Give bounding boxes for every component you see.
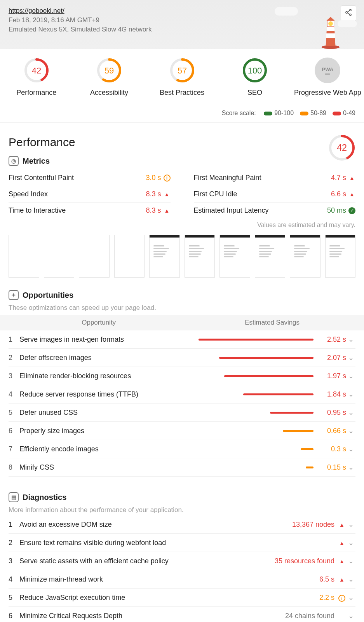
info-icon [164,175,171,182]
filmstrip-frame [255,235,286,278]
opportunity-value: 1.97 s [319,372,346,380]
diagnostic-row[interactable]: 5 Reduce JavaScript execution time 2.2 s… [9,589,355,607]
metric-row: Speed Index 8.3 s [9,186,171,202]
savings-bar [199,339,313,341]
savings-bar [224,375,313,377]
opportunity-name: Defer offscreen images [19,354,186,362]
score-scale-row: Score scale: 90-10050-890-49 [0,104,364,122]
share-icon [345,9,352,18]
diagnostic-row[interactable]: 6 Minimize Critical Requests Depth 24 ch… [9,607,355,622]
opportunities-desc: These optimizations can speed up your pa… [9,304,355,312]
filmstrip-frame [79,235,110,278]
warning-icon [348,191,355,198]
gauge-performance[interactable]: 42 Performance [0,49,73,104]
diagnostic-name: Avoid an excessive DOM size [19,521,292,529]
opportunity-value: 2.07 s [319,354,346,362]
timestamp-text: Feb 18, 2019, 8:16 AM GMT+9 [9,16,355,24]
metric-row: Time to Interactive 8.3 s [9,202,171,218]
opportunity-value: 2.52 s [319,335,346,344]
filmstrip-frame [219,235,250,278]
opportunity-name: Serve images in next-gen formats [19,335,186,344]
metric-value: 50 ms [327,206,355,215]
warning-icon [338,540,345,547]
filmstrip-frame [9,235,39,278]
svg-text:100: 100 [248,66,262,75]
filmstrip-frame [325,235,356,278]
opportunity-name: Eliminate render-blocking resources [19,372,186,380]
metric-row: Estimated Input Latency 50 ms [194,202,356,218]
scale-label: Score scale: [222,110,256,116]
opportunity-row[interactable]: 4 Reduce server response times (TTFB) 1.… [9,385,355,404]
filmstrip-frame [185,235,215,278]
diagnostic-name: Minimize main-thread work [19,575,319,584]
gauge-progressive-web-app[interactable]: PWAProgressive Web App [291,49,364,104]
metric-value: 6.6 s [331,190,355,198]
svg-line-4 [347,12,350,14]
opportunity-name: Defer unused CSS [19,409,186,417]
opportunity-row[interactable]: 5 Defer unused CSS 0.95 s ⌄ [9,404,355,422]
diagnostic-row[interactable]: 2 Ensure text remains visible during web… [9,534,355,552]
svg-point-7 [328,21,333,26]
metric-row: First Meaningful Paint 4.7 s [194,170,356,186]
metric-row: First CPU Idle 6.6 s [194,186,356,202]
opportunity-value: 0.15 s [319,463,346,472]
url-link[interactable]: https://gobooki.net/ [9,7,64,14]
diagnostic-row[interactable]: 1 Avoid an excessive DOM size 13,367 nod… [9,515,355,534]
warning-icon [164,207,171,214]
filmstrip-frame [149,235,180,278]
svg-text:57: 57 [177,66,186,75]
savings-bar [219,357,313,359]
svg-line-3 [347,10,350,12]
share-button[interactable] [341,5,356,21]
opportunities-header-row: Opportunity Estimated Savings [0,315,364,330]
diagnostic-name: Reduce JavaScript execution time [19,594,319,602]
metric-value: 8.3 s [146,206,170,215]
diagnostics-heading: ▤ Diagnostics [9,492,355,502]
chevron-down-icon: ⌄ [346,408,355,417]
opportunity-name: Efficiently encode images [19,445,186,453]
opportunity-row[interactable]: 6 Properly size images 0.66 s ⌄ [9,422,355,440]
chevron-down-icon: ⌄ [346,372,355,380]
metrics-column-right: First Meaningful Paint 4.7 s First CPU I… [194,170,356,218]
diagnostic-row[interactable]: 3 Serve static assets with an efficient … [9,552,355,570]
diagnostic-value: 6.5 s [319,575,334,584]
warning-icon [164,191,171,198]
gauge-accessibility[interactable]: 59 Accessibility [73,49,145,104]
metrics-column-left: First Contentful Paint 3.0 s Speed Index… [9,170,171,218]
diagnostic-name: Serve static assets with an efficient ca… [19,557,275,565]
opportunity-row[interactable]: 7 Efficiently encode images 0.3 s ⌄ [9,440,355,458]
metric-name: First Contentful Paint [9,174,74,182]
gauge-best-practices[interactable]: 57 Best Practices [146,49,218,104]
svg-text:59: 59 [104,66,114,75]
chevron-down-icon: ⌄ [346,335,355,344]
lightbulb-icon: ✦ [9,290,19,300]
warning-icon [338,521,345,528]
metric-row: First Contentful Paint 3.0 s [9,170,171,186]
savings-bar [306,466,313,468]
lighthouse-icon [320,12,341,49]
chevron-down-icon: ⌄ [346,390,355,398]
chevron-down-icon: ⌄ [346,426,355,435]
section-title: Performance [9,136,355,149]
scale-pill [300,112,308,115]
opportunity-name: Reduce server response times (TTFB) [19,390,186,398]
opportunity-row[interactable]: 1 Serve images in next-gen formats 2.52 … [9,330,355,349]
opportunity-name: Minify CSS [19,463,186,472]
chevron-down-icon: ⌄ [346,463,355,472]
pwa-icon: PWA [315,58,340,83]
metric-name: First CPU Idle [194,190,237,198]
opportunity-row[interactable]: 3 Eliminate render-blocking resources 1.… [9,367,355,385]
opportunity-row[interactable]: 8 Minify CSS 0.15 s ⌄ [9,458,355,477]
opportunity-row[interactable]: 2 Defer offscreen images 2.07 s ⌄ [9,349,355,367]
chevron-down-icon: ⌄ [346,557,355,565]
opportunity-name: Properly size images [19,427,186,435]
gauge-seo[interactable]: 100 SEO [218,49,291,104]
chevron-down-icon: ⌄ [346,575,355,584]
opportunity-value: 1.84 s [319,390,346,398]
filmstrip [9,235,355,278]
report-header: https://gobooki.net/ Feb 18, 2019, 8:16 … [0,0,364,49]
warning-icon [348,175,355,182]
diagnostic-row[interactable]: 4 Minimize main-thread work 6.5 s ⌄ [9,570,355,589]
filmstrip-frame [114,235,145,278]
diagnostic-value: 35 resources found [275,557,334,565]
